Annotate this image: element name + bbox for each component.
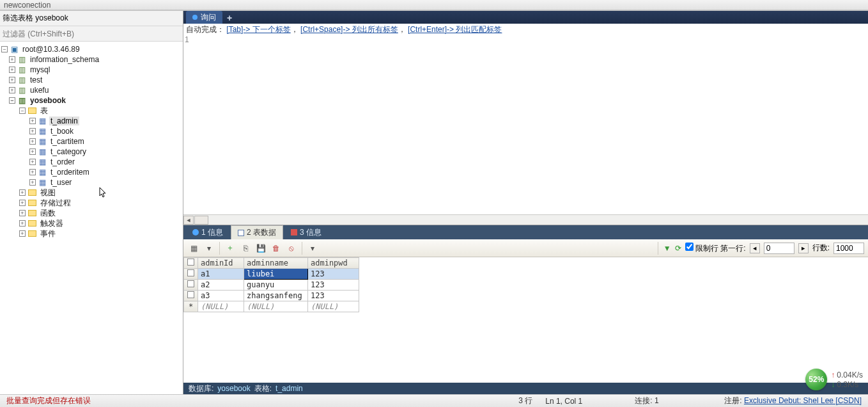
expand-icon[interactable]: + [29, 128, 36, 134]
tab-tabledata[interactable]: 2 表数据 [231, 225, 283, 239]
expand-icon[interactable]: + [9, 77, 15, 83]
first-row-input[interactable] [764, 243, 794, 254]
expand-icon[interactable]: + [9, 56, 15, 63]
cell-null[interactable]: (NULL) [198, 301, 244, 312]
expand-icon[interactable]: + [19, 230, 26, 237]
h-scrollbar[interactable]: ◄ [183, 214, 868, 225]
scroll-left-icon[interactable]: ◄ [183, 216, 194, 225]
save-button[interactable]: 💾 [254, 242, 267, 255]
cell[interactable]: 123 [308, 280, 359, 291]
expand-icon[interactable]: + [29, 138, 36, 145]
table-row-new[interactable]: * (NULL) (NULL) (NULL) [184, 301, 359, 312]
table-row[interactable]: a2 guanyu 123 [184, 280, 359, 291]
views-folder[interactable]: +视图 [0, 188, 183, 198]
cell[interactable]: a3 [198, 291, 244, 301]
cell[interactable]: 123 [308, 269, 359, 280]
expand-icon[interactable]: + [29, 179, 36, 186]
cell[interactable]: a1 [198, 269, 244, 280]
view-grid-button[interactable]: ▦ [187, 242, 200, 255]
add-row-button[interactable]: ＋ [224, 242, 236, 255]
expand-icon[interactable]: + [9, 67, 15, 73]
object-tree[interactable]: − ▣ root@10.3.46.89 +▥information_schema… [0, 42, 183, 394]
hint-link[interactable]: [Tab]-> 下一个标签 [226, 25, 290, 34]
cell[interactable]: 123 [308, 291, 359, 301]
table-node-t_orderitem[interactable]: +▦t_orderitem [0, 167, 183, 177]
expand-icon[interactable]: + [19, 200, 26, 206]
table-node-t_category[interactable]: +▦t_category [0, 147, 183, 157]
events-folder[interactable]: +事件 [0, 228, 183, 239]
tab-info3[interactable]: 3 信息 [284, 225, 328, 239]
sql-editor[interactable]: 1 [183, 35, 868, 214]
expand-icon[interactable]: + [29, 148, 36, 155]
export-button[interactable]: ▾ [306, 242, 319, 255]
line-number: 1 [185, 35, 189, 44]
col-adminname[interactable]: adminname [244, 258, 308, 269]
table-label: t_orderitem [49, 168, 91, 177]
table-node-t_cartitem[interactable]: +▦t_cartitem [0, 136, 183, 147]
tables-label: 表 [39, 106, 49, 116]
row-checkbox[interactable] [184, 291, 198, 301]
select-all-checkbox[interactable] [184, 258, 198, 269]
functions-folder[interactable]: +函数 [0, 208, 183, 218]
cell[interactable]: zhangsanfeng [244, 291, 308, 301]
table-row[interactable]: a1 liubei 123 [184, 269, 359, 280]
folder-icon [27, 229, 36, 238]
cell[interactable]: guanyu [244, 280, 308, 291]
cell-null[interactable]: (NULL) [308, 301, 359, 312]
collapse-icon[interactable]: − [1, 46, 8, 52]
refresh-icon[interactable]: ⟳ [675, 244, 681, 253]
procedures-folder[interactable]: +存储过程 [0, 198, 183, 208]
collapse-icon[interactable]: − [9, 97, 15, 104]
query-tab[interactable]: 询问 [186, 11, 222, 24]
tables-folder[interactable]: −表 [0, 106, 183, 116]
db-node-test[interactable]: +▥test [0, 75, 183, 85]
cell-null[interactable]: (NULL) [244, 301, 308, 312]
filter-table-input[interactable] [3, 14, 180, 23]
db-node-yosebook[interactable]: −▥yosebook [0, 95, 183, 106]
collapse-icon[interactable]: − [19, 108, 26, 114]
status-reg-link[interactable]: Exclusive Debut: Shel Lee [CSDN] [744, 396, 862, 405]
table-node-t_book[interactable]: +▦t_book [0, 126, 183, 136]
scroll-thumb[interactable] [194, 216, 208, 225]
add-tab-button[interactable]: + [224, 12, 235, 24]
view-form-button[interactable]: ▾ [203, 242, 215, 255]
triggers-folder[interactable]: +触发器 [0, 218, 183, 228]
tab-label: 3 信息 [300, 227, 322, 238]
col-adminId[interactable]: adminId [198, 258, 244, 269]
expand-icon[interactable]: + [19, 220, 26, 227]
db-node-mysql[interactable]: +▥mysql [0, 65, 183, 75]
filter-icon[interactable]: ▼ [663, 244, 671, 253]
db-node-information_schema[interactable]: +▥information_schema [0, 54, 183, 65]
delete-row-button[interactable]: 🗑 [270, 242, 283, 255]
table-row[interactable]: a3 zhangsanfeng 123 [184, 291, 359, 301]
duplicate-row-button[interactable]: ⎘ [239, 242, 252, 255]
db-node-ukefu[interactable]: +▥ukefu [0, 85, 183, 95]
col-adminpwd[interactable]: adminpwd [308, 258, 359, 269]
hint-link[interactable]: [Ctrl+Enter]-> 列出匹配标签 [408, 25, 502, 34]
expand-icon[interactable]: + [29, 118, 36, 124]
cancel-button[interactable]: ⦸ [285, 242, 298, 255]
table-node-t_admin[interactable]: +▦t_admin [0, 116, 183, 126]
table-node-t_order[interactable]: +▦t_order [0, 157, 183, 167]
cell[interactable]: a2 [198, 280, 244, 291]
data-grid[interactable]: adminId adminname adminpwd a1 liubei 123… [183, 257, 868, 383]
first-row-prev[interactable]: ◄ [750, 243, 760, 253]
expand-icon[interactable]: + [9, 87, 15, 93]
expand-icon[interactable]: + [29, 169, 36, 175]
first-row-next[interactable]: ► [798, 243, 809, 253]
expand-icon[interactable]: + [19, 210, 26, 216]
rowcount-input[interactable] [833, 243, 864, 254]
row-checkbox[interactable] [184, 280, 198, 291]
server-node[interactable]: − ▣ root@10.3.46.89 [0, 44, 183, 54]
limit-checkbox[interactable]: 限制行 第一行: [685, 243, 746, 254]
hint-link[interactable]: [Ctrl+Space]-> 列出所有标签 [300, 25, 398, 34]
filter-input[interactable] [3, 29, 180, 38]
tab-info1[interactable]: 1 信息 [186, 225, 229, 239]
cell-focused[interactable]: liubei [244, 269, 308, 280]
table-node-t_user[interactable]: +▦t_user [0, 177, 183, 188]
table-icon: ▦ [38, 168, 47, 177]
expand-icon[interactable]: + [29, 159, 36, 165]
row-checkbox[interactable] [184, 269, 198, 280]
table-icon: ▦ [38, 137, 47, 146]
expand-icon[interactable]: + [19, 189, 26, 196]
